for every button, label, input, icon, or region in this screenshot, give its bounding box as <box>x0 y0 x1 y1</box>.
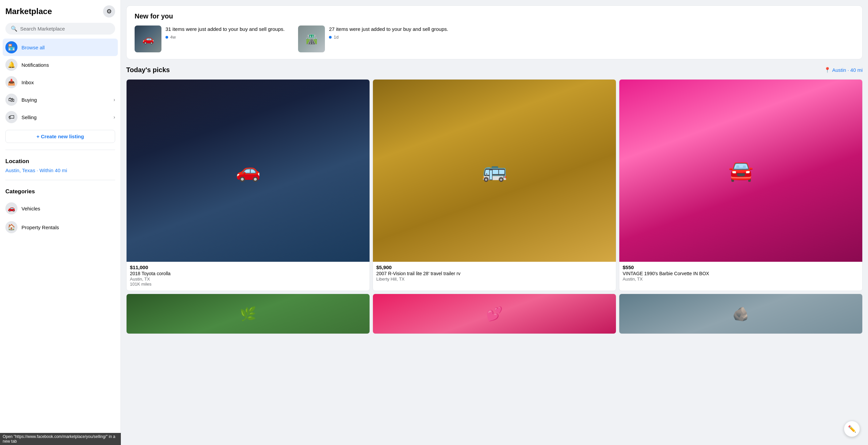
listing-price-1: $5,900 <box>376 264 613 270</box>
listing-info-2: $550 VINTAGE 1990's Barbie Corvette IN B… <box>619 262 862 286</box>
location-section-title: Location <box>5 158 115 165</box>
gear-button[interactable]: ⚙ <box>103 5 115 18</box>
nav-label-browse: Browse all <box>22 44 44 50</box>
categories-title: Categories <box>5 188 115 195</box>
dot-blue-1 <box>329 36 332 39</box>
listing-card-2[interactable]: 🚘 $550 VINTAGE 1990's Barbie Corvette IN… <box>619 79 863 291</box>
notif-info-1: 27 items were just added to your buy and… <box>329 26 448 40</box>
sidebar-item-browse[interactable]: 🏪 Browse all <box>3 39 118 56</box>
categories-section: Categories <box>3 184 118 198</box>
listing-title-1: 2007 R-Vision trail lite 28' travel trai… <box>376 271 613 276</box>
divider-1 <box>5 150 115 150</box>
sidebar-item-notifications[interactable]: 🔔 Notifications <box>3 56 118 73</box>
cat-label-vehicles: Vehicles <box>22 206 40 212</box>
new-for-you-card: New for you 🚗 31 items were just added t… <box>126 5 863 59</box>
section-header: Today's picks 📍 Austin · 40 mi <box>126 66 863 74</box>
chevron-icon-buying: › <box>114 97 115 102</box>
listing-extra-0: 101K miles <box>130 282 366 287</box>
listing-price-2: $550 <box>623 264 859 270</box>
todays-picks-section: Today's picks 📍 Austin · 40 mi 🚗 $11,000… <box>126 66 863 334</box>
listing-bottom-img-1: 💕 <box>373 294 616 333</box>
cat-icon-vehicles: 🚗 <box>5 202 18 215</box>
search-icon: 🔍 <box>11 26 18 32</box>
divider-2 <box>5 180 115 180</box>
notif-time-1: 1d <box>329 35 448 40</box>
listing-card-0[interactable]: 🚗 $11,000 2018 Toyota corolla Austin, TX… <box>126 79 370 291</box>
listing-location-1: Liberty Hill, TX <box>376 277 613 282</box>
cat-label-property-rentals: Property Rentals <box>22 224 59 230</box>
sidebar: Marketplace ⚙ 🔍 Search Marketplace 🏪 Bro… <box>0 0 121 445</box>
location-badge-text: Austin · 40 mi <box>832 67 863 73</box>
listing-img: 🚘 <box>619 80 862 262</box>
cat-icon-property-rentals: 🏠 <box>5 221 18 233</box>
notification-items: 🚗 31 items were just added to your buy a… <box>134 26 854 52</box>
categories-list: 🚗 Vehicles 🏠 Property Rentals <box>3 199 118 236</box>
notif-info-0: 31 items were just added to your buy and… <box>165 26 285 40</box>
main-content: New for you 🚗 31 items were just added t… <box>121 0 868 445</box>
nav-items: 🏪 Browse all 🔔 Notifications 📥 Inbox 🛍 B… <box>3 39 118 126</box>
listing-card-bottom-0[interactable]: 🌿 <box>126 294 370 334</box>
listings-grid-bottom: 🌿💕🪨 <box>126 294 863 334</box>
notif-thumb-1: 🛣️ <box>298 26 325 52</box>
notification-item-0[interactable]: 🚗 31 items were just added to your buy a… <box>134 26 285 52</box>
gear-icon: ⚙ <box>106 8 112 15</box>
location-section: Location Austin, Texas · Within 40 mi <box>3 154 118 176</box>
listing-img: 🚗 <box>127 80 370 262</box>
listing-card-bottom-2[interactable]: 🪨 <box>619 294 863 334</box>
listings-grid: 🚗 $11,000 2018 Toyota corolla Austin, TX… <box>126 79 863 291</box>
edit-fab[interactable]: ✏️ <box>844 421 860 437</box>
new-for-you-title: New for you <box>134 12 854 20</box>
sidebar-item-buying[interactable]: 🛍 Buying › <box>3 91 118 108</box>
notif-text-0: 31 items were just added to your buy and… <box>165 26 285 33</box>
category-item-property-rentals[interactable]: 🏠 Property Rentals <box>3 218 118 236</box>
pin-icon: 📍 <box>824 67 831 73</box>
nav-icon-inbox: 📥 <box>5 76 18 88</box>
nav-label-notifications: Notifications <box>22 62 49 68</box>
listing-price-0: $11,000 <box>130 264 366 270</box>
nav-icon-notifications: 🔔 <box>5 59 18 71</box>
nav-icon-selling: 🏷 <box>5 111 18 123</box>
todays-picks-title: Today's picks <box>126 66 170 74</box>
notif-text-1: 27 items were just added to your buy and… <box>329 26 448 33</box>
listing-title-2: VINTAGE 1990's Barbie Corvette IN BOX <box>623 271 859 276</box>
listing-location-2: Austin, TX <box>623 277 859 282</box>
listing-info-0: $11,000 2018 Toyota corolla Austin, TX 1… <box>127 262 370 291</box>
notification-item-1[interactable]: 🛣️ 27 items were just added to your buy … <box>298 26 448 52</box>
sidebar-item-selling[interactable]: 🏷 Selling › <box>3 108 118 126</box>
nav-label-buying: Buying <box>22 97 37 103</box>
notif-time-0: 4w <box>165 35 285 40</box>
notif-time-label-1: 1d <box>334 35 338 40</box>
listing-bottom-img-0: 🌿 <box>127 294 370 333</box>
sidebar-header: Marketplace ⚙ <box>3 5 118 22</box>
notif-thumb-0: 🚗 <box>134 26 161 52</box>
nav-label-inbox: Inbox <box>22 80 34 85</box>
listing-info-1: $5,900 2007 R-Vision trail lite 28' trav… <box>373 262 616 286</box>
status-bar: Open "https://www.facebook.com/marketpla… <box>0 433 121 445</box>
nav-label-selling: Selling <box>22 115 37 120</box>
location-badge[interactable]: 📍 Austin · 40 mi <box>824 67 863 73</box>
listing-location-0: Austin, TX <box>130 277 366 282</box>
sidebar-title: Marketplace <box>5 7 52 16</box>
nav-icon-buying: 🛍 <box>5 94 18 106</box>
notif-time-label-0: 4w <box>170 35 176 40</box>
listing-card-1[interactable]: 🚌 $5,900 2007 R-Vision trail lite 28' tr… <box>373 79 616 291</box>
create-listing-button[interactable]: + Create new listing <box>5 130 115 143</box>
nav-icon-browse: 🏪 <box>5 41 18 53</box>
listing-card-bottom-1[interactable]: 💕 <box>373 294 616 334</box>
dot-blue-0 <box>165 36 168 39</box>
sidebar-item-inbox[interactable]: 📥 Inbox <box>3 73 118 91</box>
search-input-placeholder: Search Marketplace <box>20 26 65 32</box>
search-box[interactable]: 🔍 Search Marketplace <box>5 23 115 35</box>
listing-title-0: 2018 Toyota corolla <box>130 271 366 276</box>
edit-icon: ✏️ <box>848 425 856 433</box>
chevron-icon-selling: › <box>114 115 115 120</box>
listing-bottom-img-2: 🪨 <box>619 294 862 333</box>
category-item-vehicles[interactable]: 🚗 Vehicles <box>3 199 118 218</box>
location-link[interactable]: Austin, Texas · Within 40 mi <box>5 166 115 174</box>
listing-img: 🚌 <box>373 80 616 262</box>
